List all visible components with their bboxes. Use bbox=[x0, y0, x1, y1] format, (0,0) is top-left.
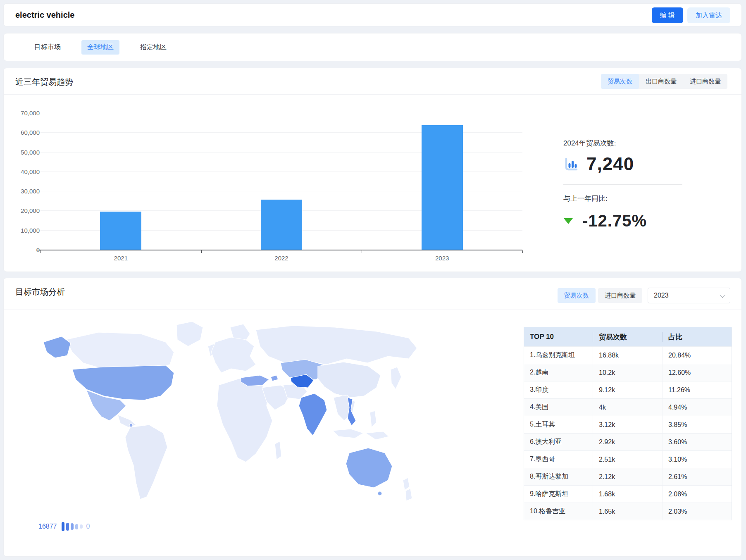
tab-3[interactable]: 指定地区 bbox=[134, 40, 172, 55]
market-metric-toggle: 贸易次数进口商数量 bbox=[558, 288, 642, 303]
bar-2021[interactable] bbox=[100, 212, 141, 250]
table-row[interactable]: 5.土耳其3.12k3.85% bbox=[524, 416, 732, 433]
add-to-radar-button[interactable]: 加入雷达 bbox=[687, 7, 730, 23]
year-select[interactable]: 2023 bbox=[648, 288, 730, 303]
legend-gradient-pills bbox=[62, 522, 83, 531]
trade-count-cell: 2.12k bbox=[593, 468, 662, 485]
share-cell: 2.61% bbox=[662, 468, 732, 485]
map-legend: 16877 0 bbox=[38, 521, 90, 532]
y-axis-tick-label: 20,000 bbox=[7, 207, 40, 214]
country-cell: 3.印度 bbox=[524, 386, 593, 394]
divider bbox=[4, 310, 741, 310]
table-row[interactable]: 9.哈萨克斯坦1.68k2.08% bbox=[524, 485, 732, 503]
down-triangle-icon bbox=[563, 218, 573, 224]
top10-table: TOP 10贸易次数占比 1.乌兹别克斯坦16.88k20.84%2.越南10.… bbox=[524, 327, 732, 520]
y-axis-tick-label: 30,000 bbox=[7, 188, 40, 195]
trade-count-cell: 9.12k bbox=[593, 381, 662, 398]
y-axis-tick-label: 0 bbox=[7, 246, 40, 253]
share-cell: 20.84% bbox=[662, 347, 732, 364]
trade-count-cell: 1.68k bbox=[593, 486, 662, 503]
legend-pill bbox=[80, 524, 83, 529]
trade-count-cell: 3.12k bbox=[593, 416, 662, 433]
trend-stats-panel: 2024年贸易次数: 7,240 与上一年同比: -12.75% bbox=[563, 138, 733, 230]
bar-2022[interactable] bbox=[261, 200, 302, 250]
market-seg-option-2[interactable]: 进口商数量 bbox=[598, 288, 642, 303]
share-cell: 11.26% bbox=[662, 381, 732, 398]
x-axis-category-label: 2023 bbox=[435, 255, 449, 262]
market-analysis-section: 目标市场分析 贸易次数进口商数量 2023 bbox=[3, 278, 742, 557]
y-axis-tick-label: 50,000 bbox=[7, 148, 40, 155]
divider bbox=[563, 184, 682, 185]
stat-2024-label: 2024年贸易次数: bbox=[563, 138, 733, 148]
country-cell: 9.哈萨克斯坦 bbox=[524, 490, 593, 498]
legend-max-value: 16877 bbox=[38, 523, 57, 530]
tab-2[interactable]: 全球地区 bbox=[81, 40, 119, 55]
table-row[interactable]: 7.墨西哥2.51k3.10% bbox=[524, 450, 732, 468]
x-axis-tick bbox=[41, 250, 41, 253]
share-cell: 3.60% bbox=[662, 434, 732, 450]
tab-1[interactable]: 目标市场 bbox=[29, 40, 67, 55]
country-cell: 6.澳大利亚 bbox=[524, 438, 593, 446]
x-axis-tick bbox=[362, 250, 362, 253]
x-axis-category-label: 2021 bbox=[114, 255, 128, 262]
country-cell: 10.格鲁吉亚 bbox=[524, 507, 593, 516]
table-row[interactable]: 6.澳大利亚2.92k3.60% bbox=[524, 433, 732, 450]
table-header-row: TOP 10贸易次数占比 bbox=[524, 327, 732, 346]
share-cell: 3.10% bbox=[662, 451, 732, 468]
y-axis-tick-label: 70,000 bbox=[7, 110, 40, 117]
share-cell: 4.94% bbox=[662, 399, 732, 416]
share-cell: 3.85% bbox=[662, 416, 732, 433]
share-cell: 12.60% bbox=[662, 364, 732, 381]
region-tabs-bar: 目标市场全球地区指定地区 bbox=[3, 33, 742, 61]
x-axis-category-label: 2022 bbox=[274, 255, 288, 262]
table-header-cell: TOP 10 bbox=[524, 333, 593, 341]
legend-pill bbox=[66, 523, 69, 531]
legend-pill bbox=[62, 522, 64, 531]
table-row[interactable]: 10.格鲁吉亚1.65k2.03% bbox=[524, 503, 732, 520]
x-axis-tick bbox=[201, 250, 202, 253]
table-body: 1.乌兹别克斯坦16.88k20.84%2.越南10.2k12.60%3.印度9… bbox=[524, 346, 732, 520]
table-row[interactable]: 3.印度9.12k11.26% bbox=[524, 381, 732, 398]
bar-2023[interactable] bbox=[422, 125, 463, 250]
table-row[interactable]: 8.哥斯达黎加2.12k2.61% bbox=[524, 468, 732, 485]
table-row[interactable]: 4.美国4k4.94% bbox=[524, 398, 732, 416]
stat-2024-value: 7,240 bbox=[586, 154, 634, 174]
market-seg-option-1[interactable]: 贸易次数 bbox=[558, 288, 596, 303]
table-row[interactable]: 1.乌兹别克斯坦16.88k20.84% bbox=[524, 346, 732, 364]
chevron-down-icon bbox=[720, 292, 725, 298]
y-gridline bbox=[41, 113, 522, 113]
trade-count-cell: 1.65k bbox=[593, 503, 662, 520]
yoy-label: 与上一年同比: bbox=[563, 194, 733, 203]
x-axis-line bbox=[37, 250, 522, 250]
year-select-value: 2023 bbox=[654, 292, 669, 299]
page-header: electric vehicle 编 辑 加入雷达 bbox=[3, 3, 742, 26]
y-axis-tick-label: 40,000 bbox=[7, 168, 40, 175]
region-tabs: 目标市场全球地区指定地区 bbox=[29, 33, 172, 61]
country-cell: 1.乌兹别克斯坦 bbox=[524, 351, 593, 360]
page-title: electric vehicle bbox=[15, 10, 74, 20]
x-axis-tick bbox=[522, 250, 523, 253]
table-header-cell: 贸易次数 bbox=[593, 332, 662, 342]
edit-button[interactable]: 编 辑 bbox=[652, 7, 683, 23]
country-cell: 5.土耳其 bbox=[524, 420, 593, 429]
share-cell: 2.03% bbox=[662, 503, 732, 520]
bar-chart-icon bbox=[563, 156, 579, 172]
table-row[interactable]: 2.越南10.2k12.60% bbox=[524, 364, 732, 381]
trade-count-cell: 2.51k bbox=[593, 451, 662, 468]
yoy-value: -12.75% bbox=[582, 212, 647, 230]
legend-pill bbox=[71, 523, 74, 530]
table-header-cell: 占比 bbox=[662, 332, 732, 342]
trade-count-cell: 4k bbox=[593, 399, 662, 416]
share-cell: 2.08% bbox=[662, 486, 732, 503]
country-cell: 7.墨西哥 bbox=[524, 455, 593, 464]
legend-pill bbox=[75, 524, 78, 529]
country-cell: 8.哥斯达黎加 bbox=[524, 472, 593, 481]
world-choropleth-map[interactable] bbox=[37, 317, 434, 515]
trade-count-cell: 16.88k bbox=[593, 347, 662, 364]
trade-count-cell: 10.2k bbox=[593, 364, 662, 381]
header-actions: 编 辑 加入雷达 bbox=[652, 7, 730, 23]
trend-section: 近三年贸易趋势 贸易次数出口商数量进口商数量 010,00020,00030,0… bbox=[3, 68, 742, 272]
legend-min-value: 0 bbox=[86, 523, 90, 530]
country-cell: 4.美国 bbox=[524, 403, 593, 412]
market-section-title: 目标市场分析 bbox=[15, 286, 65, 298]
